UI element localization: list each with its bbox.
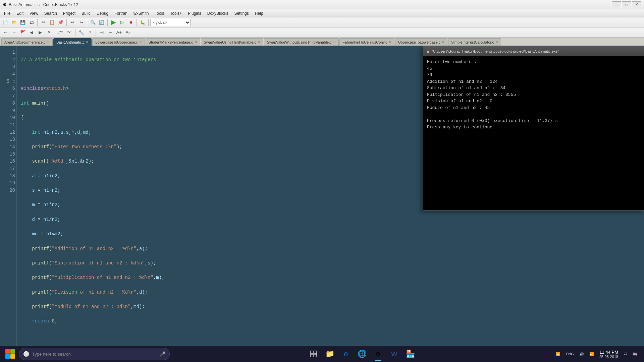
zoom-in-button[interactable]: A+ <box>115 28 123 37</box>
store-app[interactable]: 🏪 <box>403 347 418 361</box>
menubar: File Edit View Search Project Build Debu… <box>0 9 644 17</box>
cut-button[interactable]: ✂ <box>39 18 47 26</box>
debug-button[interactable]: 🐛 <box>139 18 147 26</box>
menu-debug[interactable]: Debug <box>94 10 111 16</box>
tray-speaker[interactable]: 🔊 <box>578 351 585 357</box>
paste-button[interactable]: 📌 <box>57 18 65 26</box>
undo-button[interactable]: ↩ <box>68 18 76 26</box>
tab-close-icon[interactable]: ✕ <box>333 40 336 44</box>
menu-edit[interactable]: Edit <box>14 10 26 16</box>
replace-button[interactable]: 🔄 <box>98 18 106 26</box>
target-select[interactable]: <global> <box>150 19 191 26</box>
open-button[interactable]: 📂 <box>10 18 18 26</box>
forward-button[interactable]: → <box>10 28 18 37</box>
sep1 <box>37 19 38 26</box>
menu-view[interactable]: View <box>27 10 41 16</box>
find-button[interactable]: 🔍 <box>89 18 97 26</box>
menu-plugins[interactable]: Plugins <box>185 10 204 16</box>
build-run-button[interactable]: ▶ <box>109 18 117 26</box>
stop-button[interactable]: ■ <box>127 18 135 26</box>
tray-language[interactable]: ENG <box>565 351 575 357</box>
codeblocks-app[interactable]: ⚙ <box>371 347 385 361</box>
clear-bookmarks-button[interactable]: ✕ <box>45 28 53 37</box>
menu-wxsmith[interactable]: wxSmith <box>131 10 151 16</box>
tab-close-icon[interactable]: ✕ <box>258 40 260 44</box>
tab-uppercase[interactable]: UppercaseToLowercase.c ✕ <box>395 38 448 46</box>
tab-lowercasetouppercase[interactable]: LowercaseToUppercase.c ✕ <box>92 38 145 46</box>
menu-doxyblocks[interactable]: DoxyBlocks <box>205 10 231 16</box>
menu-project[interactable]: Project <box>60 10 78 16</box>
editor-tabbar: AreaAndCircumference.c ✕ BasicArithmatic… <box>0 38 644 46</box>
word-app[interactable]: W <box>387 347 401 361</box>
sep9 <box>96 29 96 36</box>
tab-close-icon[interactable]: ✕ <box>442 40 444 44</box>
save-button[interactable]: 💾 <box>19 18 27 26</box>
toolbar-2: ← → 🚩 ◀ ▶ ✕ /** *< 🔧 ? ⊣ ⊢ A+ A- <box>0 27 644 38</box>
line-num-12: 12 <box>3 129 15 136</box>
tab-swapvalue2[interactable]: SwapValueWithoutUsingThirdVariable.c ✕ <box>264 38 339 46</box>
explorer-app[interactable]: 📁 <box>322 347 337 361</box>
redo-button[interactable]: ↪ <box>77 18 85 26</box>
tab-swapvalue[interactable]: SwapValueUsingThirdVariable.c ✕ <box>201 38 263 46</box>
next-bookmark-button[interactable]: ▶ <box>36 28 44 37</box>
svg-rect-2 <box>311 354 313 357</box>
microphone-icon[interactable]: 🎤 <box>160 351 165 357</box>
tab-close-icon[interactable]: ✕ <box>86 40 89 44</box>
tab-close-icon[interactable]: ✕ <box>139 40 142 44</box>
tab-close-icon[interactable]: ✕ <box>47 40 50 44</box>
new-button[interactable]: 📄 <box>1 18 9 26</box>
line-num-4: 4 <box>3 71 15 78</box>
menu-build[interactable]: Build <box>79 10 93 16</box>
line-num-15: 15 <box>3 151 15 158</box>
run-button[interactable]: ▷ <box>118 18 126 26</box>
align-left-button[interactable]: ⊣ <box>98 28 106 37</box>
maximize-button[interactable]: □ <box>622 1 631 8</box>
tab-close-icon[interactable]: ✕ <box>389 40 391 44</box>
menu-settings[interactable]: Settings <box>231 10 251 16</box>
save-all-button[interactable]: 🗂 <box>28 18 36 26</box>
tab-fahrenheit[interactable]: FahrenheitToCelsiusConv.c ✕ <box>339 38 394 46</box>
menu-help[interactable]: Help <box>252 10 266 16</box>
tray-notification[interactable]: 🗨 <box>622 351 629 357</box>
terminal-line-7: Division of n1 and n2 : 0 <box>427 98 640 105</box>
align-right-button[interactable]: ⊢ <box>106 28 114 37</box>
back-button[interactable]: ← <box>1 28 9 37</box>
start-button[interactable] <box>3 347 17 361</box>
chrome-app[interactable]: 🌐 <box>355 347 369 361</box>
help-button2[interactable]: ? <box>86 28 94 37</box>
tools2-button[interactable]: 🔧 <box>77 28 85 37</box>
tray-flag[interactable]: 🇬🇧 <box>631 351 639 357</box>
terminal-titlebar: 🖥 "C:\Users\Gourav Thakur\Documents\code… <box>423 47 644 56</box>
tab-close-icon[interactable]: ✕ <box>495 40 498 44</box>
prev-bookmark-button[interactable]: ◀ <box>28 28 36 37</box>
tray-clock[interactable]: 11:44 PM 25-08-2018 <box>598 349 620 359</box>
tab-close-icon[interactable]: ✕ <box>195 40 197 44</box>
zoom-out-button[interactable]: A- <box>124 28 132 37</box>
uncomment-button[interactable]: *< <box>65 28 73 37</box>
code-line-15: printf("Subtraction of n1 and n2 : %d\n"… <box>21 260 640 267</box>
menu-search[interactable]: Search <box>42 10 60 16</box>
menu-tools[interactable]: Tools <box>152 10 167 16</box>
tray-network[interactable]: 🔼 <box>554 351 562 357</box>
edge-app[interactable]: e <box>338 347 353 361</box>
line-num-17: 17 <box>3 165 15 173</box>
tab-basicarithmatic[interactable]: BasicArithmatic.c ✕ <box>53 38 92 46</box>
tab-simpleinterest[interactable]: SimpleInterestCalculator.c ✕ <box>448 38 501 46</box>
taskview-button[interactable] <box>306 347 321 361</box>
terminal-body[interactable]: Enter two numbers : 45 79 Addition of n1… <box>423 56 644 210</box>
minimize-button[interactable]: — <box>612 1 621 8</box>
close-button[interactable]: ✕ <box>632 1 641 8</box>
copy-button[interactable]: 📋 <box>48 18 56 26</box>
comment-button[interactable]: /** <box>57 28 65 37</box>
menu-fortran[interactable]: Fortran <box>112 10 130 16</box>
tab-areacircumference[interactable]: AreaAndCircumference.c ✕ <box>1 38 53 46</box>
search-icon: ⚪ <box>23 351 30 357</box>
menu-tools-plus[interactable]: Tools+ <box>167 10 184 16</box>
menu-file[interactable]: File <box>1 10 13 16</box>
bookmark-button[interactable]: 🚩 <box>19 28 27 37</box>
taskbar-search-box[interactable]: ⚪ 🎤 <box>19 348 170 360</box>
taskbar-search-input[interactable] <box>32 352 157 357</box>
tab-studentmarks[interactable]: StudentMarksPercentage.c ✕ <box>146 38 200 46</box>
terminal-line-8: Modulo of n1 and n2 : 45 <box>427 105 640 111</box>
tray-network2[interactable]: 📶 <box>588 351 595 357</box>
